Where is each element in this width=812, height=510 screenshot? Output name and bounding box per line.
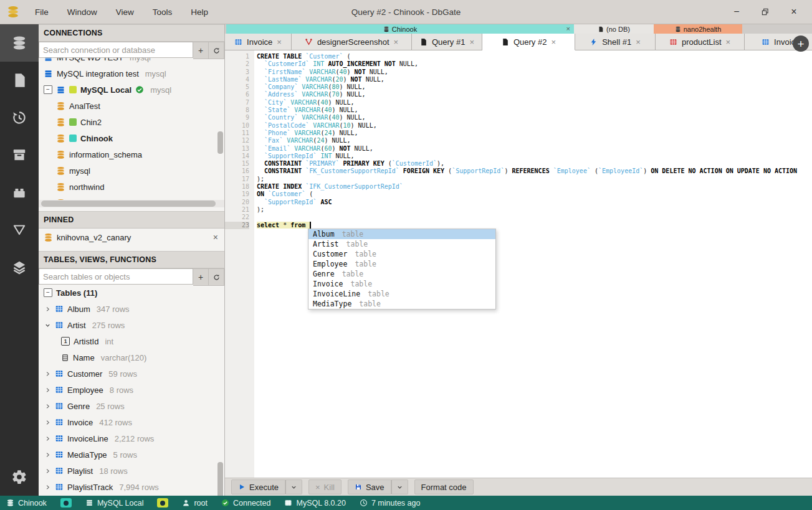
- refresh-connections-button[interactable]: [209, 42, 224, 59]
- status-mysql-local[interactable]: MySQL Local: [85, 499, 144, 508]
- table-item[interactable]: PlaylistTrack7,994 rows: [39, 479, 224, 495]
- tab-productlist[interactable]: productList×: [656, 34, 745, 50]
- chevron-right-icon[interactable]: [44, 468, 51, 475]
- autocomplete-item-album[interactable]: Albumtable: [308, 229, 495, 239]
- menu-help[interactable]: Help: [191, 7, 208, 17]
- format-code-button[interactable]: Format code: [414, 479, 474, 494]
- chevron-right-icon[interactable]: [44, 484, 51, 491]
- sql-editor[interactable]: 1234567891011121314151617181920212223 CR…: [225, 50, 812, 478]
- connection-item[interactable]: −MySQL Localmysql: [39, 82, 224, 98]
- pinned-item[interactable]: knihovna_v2_canary ×: [39, 229, 224, 246]
- collapse-icon[interactable]: −: [44, 288, 52, 297]
- close-tab-icon[interactable]: ×: [636, 37, 641, 47]
- table-item[interactable]: MediaType5 rows: [39, 446, 224, 463]
- save-button[interactable]: Save: [348, 479, 391, 494]
- table-item[interactable]: Invoice412 rows: [39, 414, 224, 430]
- autocomplete-item-employee[interactable]: Employeetable: [308, 259, 495, 269]
- tab-shell--1[interactable]: Shell #1×: [575, 34, 656, 50]
- tables-vscrollbar-thumb[interactable]: [217, 462, 223, 496]
- chevron-right-icon[interactable]: [44, 371, 51, 377]
- table-item[interactable]: InvoiceLine2,212 rows: [39, 430, 224, 446]
- database-item[interactable]: northwind: [39, 179, 224, 195]
- database-item[interactable]: AnalTest: [39, 98, 224, 114]
- close-group-icon[interactable]: ×: [566, 26, 570, 32]
- database-item[interactable]: Chinook: [39, 130, 224, 146]
- connections-vscrollbar-thumb[interactable]: [217, 131, 223, 154]
- autocomplete-item-invoice[interactable]: Invoicetable: [308, 279, 495, 289]
- close-button[interactable]: ×: [787, 5, 801, 19]
- close-tab-icon[interactable]: ×: [551, 37, 556, 47]
- menu-tools[interactable]: Tools: [153, 7, 173, 17]
- add-table-button[interactable]: +: [193, 268, 209, 286]
- close-tab-icon[interactable]: ×: [394, 37, 399, 47]
- restore-button[interactable]: [758, 5, 772, 19]
- minimize-button[interactable]: −: [730, 5, 743, 19]
- chevron-right-icon[interactable]: [44, 403, 51, 410]
- autocomplete-item-genre[interactable]: Genretable: [308, 269, 495, 279]
- tables-root[interactable]: −Tables (11): [39, 285, 224, 301]
- tables-search-input[interactable]: [39, 268, 193, 285]
- engine-label: mysql: [150, 85, 171, 95]
- code-line-3: `FirstName` VARCHAR(40) NOT NULL,: [257, 68, 812, 76]
- activity-archive-icon[interactable]: [0, 136, 39, 174]
- activity-layers-icon[interactable]: [0, 248, 39, 286]
- autocomplete-item-artist[interactable]: Artisttable: [308, 239, 495, 249]
- status-chinook[interactable]: Chinook: [6, 499, 47, 508]
- unpin-icon[interactable]: ×: [213, 232, 218, 242]
- autocomplete-item-customer[interactable]: Customertable: [308, 249, 495, 259]
- kill-button[interactable]: × Kill: [308, 479, 342, 494]
- database-item[interactable]: Chin2: [39, 114, 224, 130]
- collapse-icon[interactable]: −: [44, 85, 52, 94]
- table-item[interactable]: Employee8 rows: [39, 382, 224, 398]
- connection-color-badge[interactable]: [157, 498, 168, 508]
- chevron-down-icon[interactable]: [44, 322, 51, 329]
- tab-group-nodb[interactable]: (no DB): [574, 24, 654, 34]
- database-item[interactable]: information_schema: [39, 146, 224, 163]
- menu-window[interactable]: Window: [67, 7, 97, 17]
- chevron-right-icon[interactable]: [44, 451, 51, 458]
- table-item[interactable]: Customer59 rows: [39, 366, 224, 382]
- tab-group-nano2health[interactable]: nano2health: [654, 24, 742, 34]
- activity-history-icon[interactable]: [0, 99, 39, 136]
- chevron-right-icon[interactable]: [44, 387, 51, 394]
- menu-file[interactable]: File: [35, 7, 49, 17]
- activity-plugins-icon[interactable]: [0, 174, 39, 211]
- chevron-right-icon[interactable]: [44, 306, 51, 313]
- table-item[interactable]: Artist275 rows: [39, 317, 224, 333]
- table-item[interactable]: Album347 rows: [39, 301, 224, 317]
- hscrollbar-thumb[interactable]: [41, 201, 216, 207]
- column-item[interactable]: 1ArtistIdint: [39, 333, 224, 349]
- save-options-button[interactable]: [391, 479, 408, 494]
- new-tab-button[interactable]: +: [793, 35, 809, 52]
- connection-color-badge[interactable]: [60, 498, 72, 508]
- close-tab-icon[interactable]: ×: [726, 37, 731, 47]
- tab-invoice[interactable]: Invoice×: [225, 34, 292, 50]
- activity-file-icon[interactable]: [0, 62, 39, 99]
- table-item[interactable]: Genre25 rows: [39, 398, 224, 414]
- add-connection-button[interactable]: +: [193, 42, 209, 59]
- activity-database-icon[interactable]: [0, 24, 39, 62]
- autocomplete-item-invoiceline[interactable]: InvoiceLinetable: [308, 289, 495, 299]
- refresh-tables-button[interactable]: [209, 268, 224, 286]
- menu-view[interactable]: View: [116, 7, 134, 17]
- autocomplete-item-mediatype[interactable]: MediaTypetable: [308, 299, 495, 309]
- close-tab-icon[interactable]: ×: [469, 37, 474, 47]
- chevron-right-icon[interactable]: [44, 419, 51, 426]
- chevron-right-icon[interactable]: [44, 435, 51, 442]
- connection-item[interactable]: MYSQL WD TESTmysql: [39, 58, 224, 65]
- execute-button[interactable]: Execute: [231, 479, 285, 494]
- close-tab-icon[interactable]: ×: [277, 37, 282, 47]
- tab-designerscreenshot[interactable]: designerScreenshot×: [292, 34, 412, 50]
- activity-settings-icon[interactable]: [0, 458, 39, 496]
- database-item[interactable]: [39, 195, 224, 200]
- column-item[interactable]: Namevarchar(120): [39, 349, 224, 366]
- execute-options-button[interactable]: [285, 479, 302, 494]
- table-item[interactable]: Playlist18 rows: [39, 463, 224, 479]
- tab-query--2[interactable]: Query #2×: [482, 34, 575, 50]
- activity-filter-icon[interactable]: [0, 211, 39, 248]
- connection-item[interactable]: MySQL integration testmysql: [39, 65, 224, 82]
- database-item[interactable]: mysql: [39, 163, 224, 179]
- tab-query--1[interactable]: Query #1×: [412, 34, 482, 50]
- connections-search-input[interactable]: [39, 42, 193, 58]
- tab-group-chinook[interactable]: Chinook×: [226, 24, 574, 34]
